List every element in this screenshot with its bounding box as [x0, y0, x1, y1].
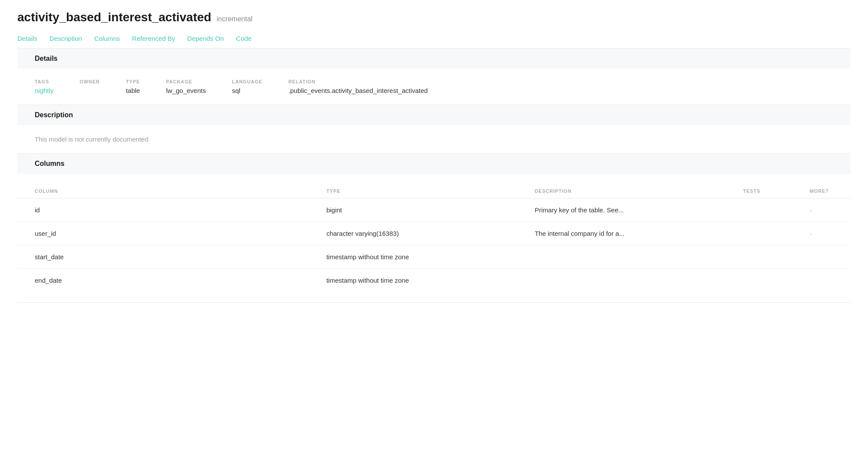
page-title-row: activity_based_interest_activated increm… — [17, 10, 851, 24]
col-tests-value — [726, 222, 792, 245]
columns-table-head: COLUMN TYPE DESCRIPTION TESTS MORE? — [17, 184, 851, 198]
description-section-content: This model is not currently documented — [17, 125, 851, 153]
language-value: sql — [232, 87, 262, 94]
col-more-button[interactable]: › — [792, 222, 851, 245]
tags-label: TAGS — [35, 79, 53, 84]
col-more-button — [792, 245, 851, 269]
col-header-tests: TESTS — [726, 184, 792, 198]
tags-detail: TAGS nightly — [35, 79, 53, 94]
chevron-right-icon: › — [810, 207, 812, 214]
columns-table-body: idbigintPrimary key of the table. See...… — [17, 198, 851, 292]
col-more-button — [792, 269, 851, 292]
col-tests-value — [726, 245, 792, 269]
type-detail: TYPE table — [126, 79, 140, 94]
columns-section: Columns COLUMN TYPE DESCRIPTION TESTS MO… — [17, 154, 851, 303]
columns-section-content: COLUMN TYPE DESCRIPTION TESTS MORE? idbi… — [17, 174, 851, 302]
details-section: Details TAGS nightly OWNER TYPE table PA… — [17, 49, 851, 105]
package-detail: PACKAGE lw_go_events — [166, 79, 206, 94]
type-label: TYPE — [126, 79, 140, 84]
col-header-column: COLUMN — [17, 184, 309, 198]
col-type-value: bigint — [309, 198, 518, 222]
tags-value: nightly — [35, 87, 53, 94]
owner-label: OWNER — [79, 79, 100, 84]
description-text: This model is not currently documented — [17, 135, 851, 143]
columns-section-title: Columns — [35, 160, 64, 167]
tab-code[interactable]: Code — [236, 31, 252, 48]
details-section-header: Details — [17, 49, 851, 69]
col-column-value: user_id — [17, 222, 309, 245]
relation-value: .public_events.activity_based_interest_a… — [288, 87, 428, 94]
col-description-value: Primary key of the table. See... — [517, 198, 726, 222]
description-section-title: Description — [35, 111, 73, 119]
page-title: activity_based_interest_activated — [17, 10, 211, 24]
language-label: LANGUAGE — [232, 79, 262, 84]
chevron-right-icon: › — [810, 230, 812, 237]
columns-table: COLUMN TYPE DESCRIPTION TESTS MORE? idbi… — [17, 184, 851, 292]
package-label: PACKAGE — [166, 79, 206, 84]
relation-detail: RELATION .public_events.activity_based_i… — [288, 79, 428, 94]
columns-section-header: Columns — [17, 154, 851, 174]
table-row[interactable]: idbigintPrimary key of the table. See...… — [17, 198, 851, 222]
col-description-value — [517, 269, 726, 292]
description-section: Description This model is not currently … — [17, 105, 851, 154]
table-row: start_datetimestamp without time zone — [17, 245, 851, 269]
package-value: lw_go_events — [166, 87, 206, 94]
nav-tabs: Details Description Columns Referenced B… — [17, 31, 851, 49]
columns-table-header-row: COLUMN TYPE DESCRIPTION TESTS MORE? — [17, 184, 851, 198]
tab-description[interactable]: Description — [50, 31, 82, 48]
owner-detail: OWNER — [79, 79, 100, 87]
tab-columns[interactable]: Columns — [94, 31, 120, 48]
table-row: end_datetimestamp without time zone — [17, 269, 851, 292]
col-type-value: timestamp without time zone — [309, 245, 518, 269]
col-header-description: DESCRIPTION — [517, 184, 726, 198]
col-more-button[interactable]: › — [792, 198, 851, 222]
col-tests-value — [726, 198, 792, 222]
col-description-value: The internal company id for a... — [517, 222, 726, 245]
description-section-header: Description — [17, 105, 851, 125]
col-type-value: timestamp without time zone — [309, 269, 518, 292]
col-type-value: character varying(16383) — [309, 222, 518, 245]
col-description-value — [517, 245, 726, 269]
page-subtitle: incremental — [217, 15, 253, 23]
details-section-content: TAGS nightly OWNER TYPE table PACKAGE lw… — [17, 69, 851, 105]
details-section-title: Details — [35, 55, 57, 62]
col-header-more: MORE? — [792, 184, 851, 198]
col-column-value: start_date — [17, 245, 309, 269]
col-column-value: end_date — [17, 269, 309, 292]
language-detail: LANGUAGE sql — [232, 79, 262, 94]
details-grid: TAGS nightly OWNER TYPE table PACKAGE lw… — [17, 79, 851, 94]
relation-label: RELATION — [288, 79, 428, 84]
type-value: table — [126, 87, 140, 94]
tab-details[interactable]: Details — [17, 31, 37, 48]
table-row[interactable]: user_idcharacter varying(16383)The inter… — [17, 222, 851, 245]
tab-depends-on[interactable]: Depends On — [187, 31, 224, 48]
col-header-type: TYPE — [309, 184, 518, 198]
col-tests-value — [726, 269, 792, 292]
page-container: activity_based_interest_activated increm… — [0, 0, 868, 313]
col-column-value: id — [17, 198, 309, 222]
tab-referenced-by[interactable]: Referenced By — [132, 31, 175, 48]
